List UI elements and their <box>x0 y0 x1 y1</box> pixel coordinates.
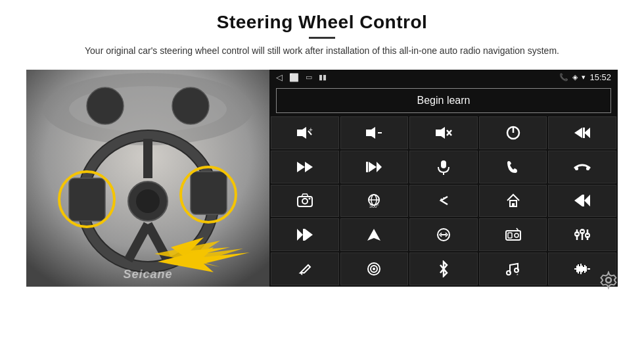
svg-marker-31 <box>584 128 590 138</box>
end-call-button[interactable] <box>548 151 616 183</box>
home-nav-button[interactable] <box>479 185 547 218</box>
prev-track-button[interactable] <box>548 116 616 149</box>
navigate-button[interactable] <box>340 218 409 251</box>
360-button[interactable]: 360° <box>340 185 409 218</box>
camera-button[interactable] <box>271 185 339 218</box>
svg-rect-54 <box>303 229 305 241</box>
svg-marker-29 <box>574 128 582 138</box>
android-panel: ◁ ⬜ ▭ ▮▮ 📞 ◈ ▾ 15:52 Begin learn <box>269 70 618 287</box>
svg-point-88 <box>606 277 611 283</box>
svg-rect-40 <box>586 167 589 170</box>
title-divider <box>309 37 335 39</box>
svg-text:+: + <box>309 126 313 133</box>
watermark: Seicane <box>123 268 172 281</box>
svg-marker-33 <box>305 162 313 172</box>
title-section: Steering Wheel Control Your original car… <box>85 12 559 64</box>
car-image-section: Seicane <box>26 70 269 287</box>
svg-rect-13 <box>191 172 227 214</box>
wifi-icon: ◈ <box>572 73 578 82</box>
nav-recents-icon[interactable]: ▭ <box>306 73 312 82</box>
svg-point-67 <box>580 229 584 233</box>
nav-back-icon[interactable]: ◁ <box>276 72 283 82</box>
svg-rect-49 <box>512 203 515 206</box>
svg-rect-51 <box>582 195 584 206</box>
svg-marker-55 <box>305 229 313 241</box>
svg-rect-37 <box>441 160 446 168</box>
svg-marker-22 <box>366 127 375 139</box>
svg-point-60 <box>515 233 518 237</box>
svg-point-74 <box>373 268 375 270</box>
next-button[interactable] <box>271 151 339 183</box>
subtitle: Your original car's steering wheel contr… <box>85 44 559 58</box>
controls-grid: + <box>269 116 618 287</box>
svg-marker-56 <box>367 229 380 241</box>
content-area: Seicane ◁ ⬜ ▭ ▮▮ 📞 ◈ ▾ <box>26 70 618 287</box>
bluetooth-button[interactable] <box>409 252 478 285</box>
svg-rect-34 <box>366 162 368 172</box>
svg-text:*: * <box>517 273 518 277</box>
nav-home-icon[interactable]: ⬜ <box>289 73 299 82</box>
svg-marker-32 <box>297 162 305 172</box>
svg-point-4 <box>172 87 209 124</box>
phone-icon: 📞 <box>559 73 568 82</box>
svg-point-3 <box>87 87 124 124</box>
svg-point-76 <box>515 268 518 272</box>
clock: 15:52 <box>589 72 611 82</box>
svg-marker-24 <box>436 127 445 139</box>
mic-button[interactable] <box>409 151 478 183</box>
svg-rect-12 <box>69 178 105 221</box>
record-button[interactable] <box>340 252 409 285</box>
mute-button[interactable] <box>409 116 478 149</box>
status-bar: ◁ ⬜ ▭ ▮▮ 📞 ◈ ▾ 15:52 <box>269 70 618 85</box>
signal-icon: ▮▮ <box>319 73 327 82</box>
skip-forward-button[interactable] <box>340 151 409 183</box>
swap-button[interactable] <box>409 218 478 251</box>
svg-text:360°: 360° <box>369 204 379 208</box>
power-button[interactable] <box>479 116 547 149</box>
svg-marker-18 <box>297 127 306 139</box>
call-button[interactable] <box>479 151 547 183</box>
page-title: Steering Wheel Control <box>85 12 559 33</box>
status-right: 📞 ◈ ▾ 15:52 <box>559 72 611 82</box>
signal-strength-icon: ▾ <box>582 73 586 82</box>
svg-point-43 <box>308 198 310 200</box>
vol-down-button[interactable] <box>340 116 409 149</box>
svg-marker-53 <box>297 229 303 241</box>
svg-rect-59 <box>508 233 512 238</box>
car-background <box>26 70 269 287</box>
svg-marker-50 <box>574 195 582 206</box>
svg-point-75 <box>507 271 511 275</box>
svg-point-64 <box>575 232 579 236</box>
begin-learn-button[interactable]: Begin learn <box>276 88 611 113</box>
eq-button[interactable] <box>548 218 616 251</box>
back-nav-button[interactable] <box>409 185 478 218</box>
svg-marker-52 <box>584 195 590 206</box>
svg-marker-35 <box>369 162 377 172</box>
gear-icon <box>599 271 618 289</box>
svg-marker-36 <box>377 162 382 172</box>
vol-up-button[interactable]: + <box>271 116 339 149</box>
svg-point-11 <box>136 189 160 213</box>
rewind-button[interactable] <box>548 185 616 218</box>
pen-button[interactable] <box>271 252 339 285</box>
radio-button[interactable] <box>479 218 547 251</box>
gear-button[interactable] <box>599 271 618 292</box>
music-button[interactable]: * <box>479 252 547 285</box>
ff-button[interactable] <box>271 218 339 251</box>
svg-point-70 <box>586 233 589 237</box>
status-left: ◁ ⬜ ▭ ▮▮ <box>276 72 327 82</box>
page-container: Steering Wheel Control Your original car… <box>0 0 644 359</box>
svg-rect-39 <box>575 167 578 170</box>
svg-point-42 <box>302 199 308 204</box>
